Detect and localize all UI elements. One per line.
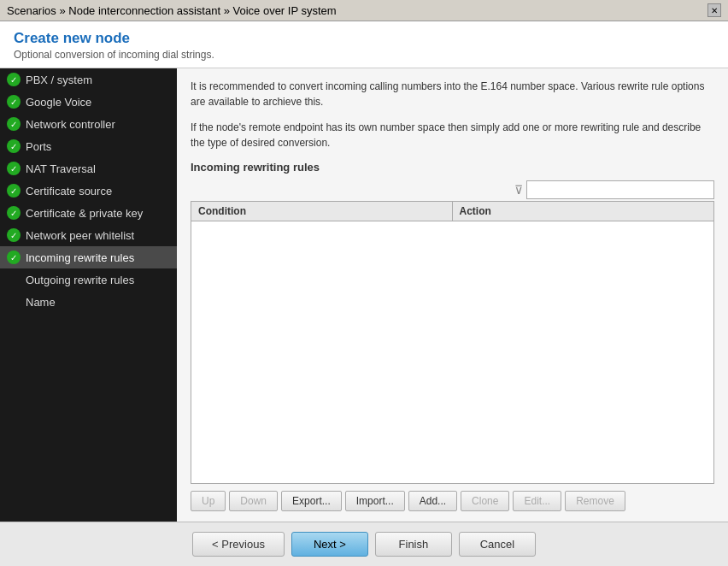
sidebar-item-label: Google Voice <box>26 96 91 109</box>
page-title: Create new node <box>14 30 714 47</box>
info-text-1: It is recommended to convert incoming ca… <box>191 79 714 109</box>
check-icon: ✓ <box>7 95 21 109</box>
table-body <box>191 221 713 461</box>
edit-button[interactable]: Edit... <box>513 491 561 511</box>
sidebar-item-label: Network peer whitelist <box>26 229 134 242</box>
info-text-2: If the node's remote endpoint has its ow… <box>191 120 714 150</box>
sidebar-item-ports[interactable]: ✓Ports <box>0 135 177 157</box>
sidebar-item-label: Certificate & private key <box>26 207 143 220</box>
sidebar-item-label: Incoming rewrite rules <box>26 251 134 264</box>
up-button[interactable]: Up <box>191 491 226 511</box>
sidebar-item-label: Name <box>26 296 56 309</box>
sidebar-item-network-peer-whitelist[interactable]: ✓Network peer whitelist <box>0 224 177 246</box>
sidebar-item-certificate-private-key[interactable]: ✓Certificate & private key <box>0 202 177 224</box>
down-button[interactable]: Down <box>229 491 278 511</box>
sidebar-item-label: Outgoing rewrite rules <box>26 274 134 286</box>
check-icon: ✓ <box>7 73 21 86</box>
table-header: Condition Action <box>191 202 713 221</box>
sidebar-item-label: Certificate source <box>26 185 112 198</box>
import-button[interactable]: Import... <box>345 491 405 511</box>
section-title: Incoming rewriting rules <box>191 161 714 174</box>
sidebar-item-network-controller[interactable]: ✓Network controller <box>0 113 177 135</box>
check-icon: ✓ <box>7 206 21 220</box>
main-panel: It is recommended to convert incoming ca… <box>177 68 728 522</box>
check-icon: ✓ <box>7 251 21 264</box>
sidebar-item-nat-traversal[interactable]: ✓NAT Traversal <box>0 157 177 180</box>
check-icon: ✓ <box>7 184 21 198</box>
export-button[interactable]: Export... <box>281 491 342 511</box>
check-icon: ✓ <box>7 139 21 153</box>
sidebar-item-incoming-rewrite-rules[interactable]: ✓Incoming rewrite rules <box>0 246 177 268</box>
page-subtitle: Optional conversion of incoming dial str… <box>14 49 714 61</box>
sidebar-item-outgoing-rewrite-rules[interactable]: Outgoing rewrite rules <box>0 268 177 291</box>
column-condition: Condition <box>191 202 453 221</box>
footer: < Previous Next > Finish Cancel <box>0 522 728 566</box>
next-button[interactable]: Next > <box>291 532 368 557</box>
sidebar-item-certificate-source[interactable]: ✓Certificate source <box>0 180 177 202</box>
clone-button[interactable]: Clone <box>461 491 509 511</box>
title-bar: Scenarios » Node interconnection assista… <box>0 0 728 21</box>
check-icon: ✓ <box>7 228 21 242</box>
sidebar-item-label: PBX / system <box>26 74 92 86</box>
filter-input[interactable] <box>526 180 714 199</box>
sidebar-item-label: Network controller <box>26 118 115 131</box>
add-button[interactable]: Add... <box>408 491 457 511</box>
filter-row: ⊽ <box>191 180 714 199</box>
remove-button[interactable]: Remove <box>565 491 625 511</box>
sidebar-item-name[interactable]: Name <box>0 291 177 313</box>
sidebar-item-label: NAT Traversal <box>26 162 96 175</box>
check-icon: ✓ <box>7 162 21 175</box>
main-header: Create new node Optional conversion of i… <box>0 21 728 68</box>
sidebar-item-google-voice[interactable]: ✓Google Voice <box>0 91 177 113</box>
finish-button[interactable]: Finish <box>375 532 452 557</box>
sidebar-item-label: Ports <box>26 140 51 153</box>
previous-button[interactable]: < Previous <box>192 532 285 557</box>
column-action: Action <box>453 202 714 221</box>
sidebar-item-pbx-system[interactable]: ✓PBX / system <box>0 68 177 91</box>
action-buttons: Up Down Export... Import... Add... Clone… <box>191 491 714 511</box>
content-area: ✓PBX / system✓Google Voice✓Network contr… <box>0 68 728 522</box>
cancel-button[interactable]: Cancel <box>459 532 536 557</box>
rules-table: Condition Action <box>191 201 714 484</box>
sidebar: ✓PBX / system✓Google Voice✓Network contr… <box>0 68 177 522</box>
filter-icon: ⊽ <box>514 183 523 197</box>
close-button[interactable]: ✕ <box>707 3 721 17</box>
check-icon: ✓ <box>7 117 21 131</box>
breadcrumb: Scenarios » Node interconnection assista… <box>7 4 337 17</box>
